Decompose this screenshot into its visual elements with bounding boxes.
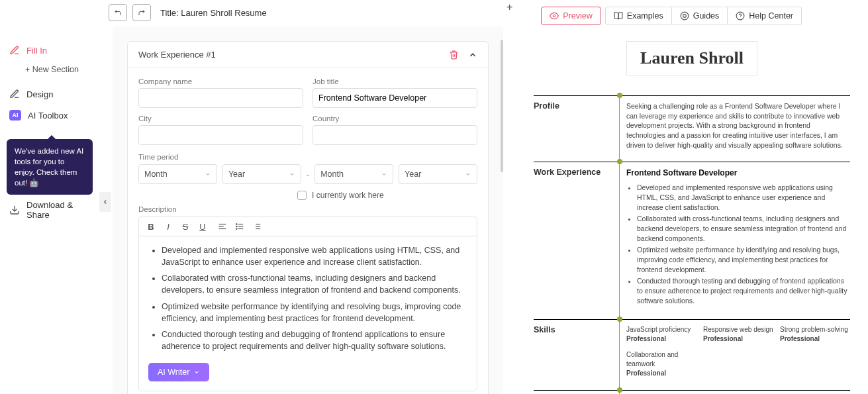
- start-year-select[interactable]: Year: [222, 164, 301, 184]
- preview-button[interactable]: Preview: [541, 7, 601, 25]
- timeperiod-label: Time period: [138, 153, 178, 161]
- numberlist-icon[interactable]: [252, 221, 262, 232]
- svg-point-15: [236, 226, 237, 226]
- desc-bullet[interactable]: Optimized website performance by identif…: [162, 301, 467, 324]
- card-title: Work Experience #1: [138, 50, 216, 60]
- sidebar-collapse-button[interactable]: [99, 192, 111, 212]
- company-input[interactable]: [138, 88, 303, 108]
- description-label: Description: [138, 205, 177, 213]
- desc-bullet[interactable]: Conducted thorough testing and debugging…: [162, 328, 467, 352]
- desc-bullet[interactable]: Developed and implemented responsive web…: [162, 244, 467, 268]
- section-title-profile: Profile: [534, 101, 610, 150]
- section-title-work: Work Experience: [534, 168, 610, 307]
- sidebar-item-newsection[interactable]: + New Section: [0, 65, 99, 74]
- skill-item: Responsive web designProfessional: [703, 325, 773, 344]
- work-experience-card: Work Experience #1 Company name Job titl…: [127, 41, 489, 394]
- sidebar-label-ai: AI Toolbox: [28, 111, 68, 121]
- preview-pane: Lauren Shroll Profile Seeking a challeng…: [523, 32, 861, 394]
- delete-icon[interactable]: [449, 50, 459, 60]
- underline-icon[interactable]: U: [197, 221, 208, 232]
- sidebar-label-fillin: Fill In: [26, 46, 47, 56]
- document-title: Title: Lauren Shroll Resume: [160, 8, 267, 18]
- bulletlist-icon[interactable]: [234, 221, 245, 232]
- bold-icon[interactable]: B: [146, 221, 156, 232]
- city-input[interactable]: [138, 125, 303, 145]
- end-month-select[interactable]: Month: [314, 164, 393, 184]
- currently-work-checkbox[interactable]: [297, 191, 307, 200]
- skill-item: Collaboration and teamworkProfessional: [626, 350, 697, 378]
- svg-point-14: [236, 224, 237, 224]
- helpcenter-button[interactable]: Help Center: [728, 7, 802, 25]
- sidebar-item-download[interactable]: Download & Share: [0, 195, 99, 225]
- desc-bullet[interactable]: Collaborated with cross-functional teams…: [162, 272, 467, 296]
- history-forward-button[interactable]: [132, 4, 151, 21]
- edit-icon: [9, 45, 20, 56]
- skill-item: Strong problem-solvingProfessional: [780, 325, 850, 344]
- sidebar-item-design[interactable]: Design: [0, 83, 99, 105]
- start-month-select[interactable]: Month: [138, 164, 217, 184]
- skill-item: JavaScript proficiencyProfessional: [626, 325, 697, 344]
- svg-point-4: [681, 12, 689, 20]
- sidebar: Fill In + New Section Design AI AI Toolb…: [0, 0, 99, 394]
- sidebar-label-design: Design: [26, 89, 53, 99]
- resume-bullet: Collaborated with cross-functional teams…: [637, 214, 850, 243]
- jobtitle-input[interactable]: [313, 88, 477, 108]
- align-icon[interactable]: [217, 221, 228, 232]
- city-label: City: [138, 115, 303, 123]
- resume-name: Lauren Shroll: [626, 41, 757, 75]
- ai-badge-icon: AI: [9, 110, 21, 121]
- editor-topbar: Title: Lauren Shroll Resume: [109, 4, 267, 21]
- resume-job-title: Frontend Software Developer: [626, 168, 850, 179]
- svg-point-5: [683, 15, 686, 18]
- currently-label: I currently work here: [312, 191, 384, 200]
- download-icon: [9, 205, 20, 215]
- sidebar-item-aitoolbox[interactable]: AI AI Toolbox: [0, 105, 99, 126]
- add-tab-button[interactable]: +: [506, 1, 512, 13]
- top-right-buttons: Preview Examples Guides Help Center: [541, 7, 802, 25]
- resume-bullet: Developed and implemented responsive web…: [637, 183, 850, 212]
- history-back-button[interactable]: [109, 4, 127, 21]
- period-dash: -: [307, 170, 309, 179]
- country-label: Country: [313, 115, 477, 123]
- editor-area: Work Experience #1 Company name Job titl…: [113, 26, 503, 394]
- country-input[interactable]: [313, 125, 477, 145]
- design-icon: [9, 89, 20, 99]
- ai-writer-button[interactable]: AI Writer: [148, 363, 209, 381]
- svg-point-16: [236, 228, 237, 229]
- collapse-icon[interactable]: [468, 50, 477, 60]
- svg-point-3: [554, 15, 556, 17]
- section-title-skills: Skills: [534, 325, 610, 378]
- examples-button[interactable]: Examples: [605, 7, 672, 25]
- jobtitle-label: Job title: [313, 77, 477, 85]
- end-year-select[interactable]: Year: [399, 164, 477, 184]
- resume-bullet: Optimized website performance by identif…: [637, 245, 850, 274]
- sidebar-item-fillin[interactable]: Fill In: [0, 40, 99, 61]
- editor-scrollbar[interactable]: [501, 40, 503, 172]
- resume-bullet: Conducted thorough testing and debugging…: [637, 276, 850, 305]
- company-label: Company name: [138, 77, 303, 85]
- profile-text: Seeking a challenging role as a Frontend…: [626, 101, 850, 150]
- ai-tooltip: We've added new AI tools for you to enjo…: [7, 139, 93, 195]
- sidebar-label-dl: Download & Share: [26, 200, 93, 220]
- strike-icon[interactable]: S: [180, 221, 191, 232]
- guides-button[interactable]: Guides: [672, 7, 728, 25]
- description-editor[interactable]: Developed and implemented responsive web…: [138, 236, 477, 391]
- italic-icon[interactable]: I: [163, 221, 173, 232]
- desc-toolbar: B I S U: [138, 217, 477, 236]
